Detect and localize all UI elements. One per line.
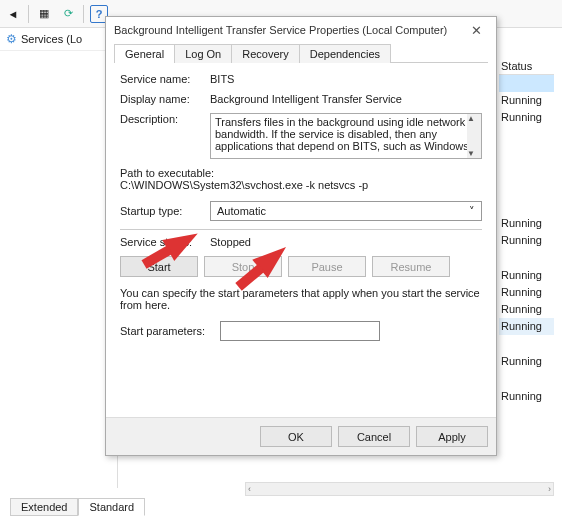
path-value: C:\WINDOWS\System32\svchost.exe -k netsv… [120, 179, 368, 191]
tab-standard[interactable]: Standard [78, 498, 145, 516]
startup-type-select[interactable]: Automatic ˅ [210, 201, 482, 221]
list-row[interactable]: Running [499, 318, 554, 335]
h-scrollbar[interactable]: ‹› [245, 482, 554, 496]
tab-logon[interactable]: Log On [174, 44, 232, 63]
list-row[interactable]: Running [499, 353, 554, 370]
list-row[interactable]: Running [499, 284, 554, 301]
tab-extended[interactable]: Extended [10, 498, 78, 516]
cancel-button[interactable]: Cancel [338, 426, 410, 447]
tab-dependencies[interactable]: Dependencies [299, 44, 391, 63]
list-row[interactable] [499, 126, 554, 143]
chevron-down-icon: ˅ [469, 205, 475, 218]
services-node[interactable]: ⚙ Services (Lo [0, 28, 117, 51]
gear-icon: ⚙ [6, 32, 17, 46]
display-name-label: Display name: [120, 93, 210, 105]
nav-back-icon[interactable]: ◄ [4, 5, 22, 23]
startup-type-value: Automatic [217, 205, 266, 217]
dialog-tabs: General Log On Recovery Dependencies [114, 43, 488, 63]
refresh-icon[interactable]: ⟳ [59, 5, 77, 23]
list-row[interactable]: Running [499, 301, 554, 318]
description-value: Transfers files in the background using … [215, 116, 469, 152]
display-name-value: Background Intelligent Transfer Service [210, 93, 402, 105]
tab-general[interactable]: General [114, 44, 175, 63]
properties-icon[interactable]: ▦ [35, 5, 53, 23]
resume-button: Resume [372, 256, 450, 277]
close-icon[interactable]: ✕ [465, 23, 488, 38]
path-label: Path to executable: [120, 167, 214, 179]
service-name-value: BITS [210, 73, 234, 85]
list-row[interactable]: Running [499, 267, 554, 284]
tab-recovery[interactable]: Recovery [231, 44, 299, 63]
list-row[interactable]: Running [499, 92, 554, 109]
list-row[interactable] [499, 160, 554, 177]
pause-button: Pause [288, 256, 366, 277]
apply-button[interactable]: Apply [416, 426, 488, 447]
list-row[interactable]: Running [499, 232, 554, 249]
properties-dialog: Background Intelligent Transfer Service … [105, 16, 497, 456]
list-row[interactable]: Running [499, 388, 554, 405]
startup-type-label: Startup type: [120, 205, 210, 217]
dialog-title: Background Intelligent Transfer Service … [114, 24, 447, 36]
start-params-label: Start parameters: [120, 325, 220, 337]
list-row[interactable] [499, 143, 554, 160]
status-column: Status Running Running Running Running R… [499, 58, 554, 405]
list-row[interactable] [499, 75, 554, 92]
list-row[interactable]: Running [499, 109, 554, 126]
status-header[interactable]: Status [499, 58, 554, 75]
left-panel: ⚙ Services (Lo [0, 28, 118, 488]
service-name-label: Service name: [120, 73, 210, 85]
scrollbar[interactable]: ▲▼ [467, 114, 481, 158]
view-tabs: Extended Standard [10, 498, 145, 516]
description-label: Description: [120, 113, 210, 125]
service-status-value: Stopped [210, 236, 251, 248]
start-params-input[interactable] [220, 321, 380, 341]
services-label: Services (Lo [21, 33, 82, 45]
description-box[interactable]: Transfers files in the background using … [210, 113, 482, 159]
ok-button[interactable]: OK [260, 426, 332, 447]
start-hint: You can specify the start parameters tha… [120, 287, 482, 311]
list-row[interactable]: Running [499, 215, 554, 232]
